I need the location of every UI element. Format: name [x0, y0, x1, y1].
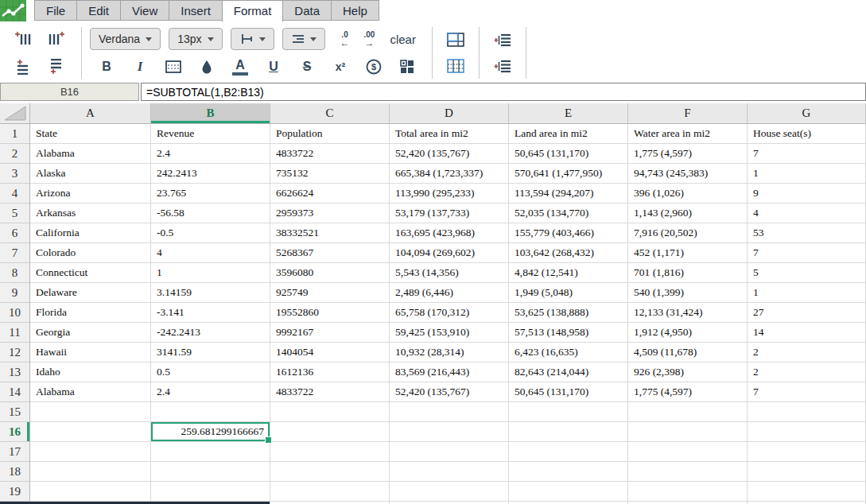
row-header-9[interactable]: 9 — [0, 283, 30, 303]
cell-c9[interactable]: 925749 — [270, 283, 390, 303]
row-header-10[interactable]: 10 — [0, 303, 30, 323]
bold-button[interactable]: B — [97, 56, 116, 78]
number-format-button[interactable] — [398, 56, 417, 78]
underline-button[interactable]: U — [264, 56, 283, 78]
cell-d18[interactable] — [390, 462, 509, 482]
row-header-18[interactable]: 18 — [0, 462, 30, 482]
cell-c2[interactable]: 4833722 — [270, 144, 390, 164]
cell-b2[interactable]: 2.4 — [151, 144, 270, 164]
cell-b19[interactable] — [151, 482, 270, 502]
row-header-1[interactable]: 1 — [0, 124, 30, 144]
split-cells-button[interactable] — [441, 54, 471, 78]
font-size-select[interactable]: 13px — [169, 28, 222, 50]
row-header-14[interactable]: 14 — [0, 382, 30, 402]
cell-c3[interactable]: 735132 — [270, 164, 390, 184]
cell-f18[interactable] — [628, 462, 748, 482]
cell-a17[interactable] — [30, 442, 151, 462]
cell-c11[interactable]: 9992167 — [270, 323, 390, 343]
cell-f15[interactable] — [628, 402, 748, 422]
cell-b7[interactable]: 4 — [151, 243, 270, 263]
cell-c7[interactable]: 5268367 — [270, 243, 390, 263]
cell-f7[interactable]: 452 (1,171) — [628, 243, 748, 263]
app-logo-icon[interactable] — [0, 0, 26, 21]
cell-c14[interactable]: 4833722 — [270, 382, 390, 402]
cell-a4[interactable]: Arizona — [30, 184, 151, 204]
cell-c12[interactable]: 1404054 — [270, 343, 390, 362]
cell-a13[interactable]: Idaho — [30, 362, 151, 382]
cell-c8[interactable]: 3596080 — [270, 263, 390, 283]
font-family-select[interactable]: Verdana — [90, 28, 161, 50]
cell-a10[interactable]: Florida — [30, 303, 151, 323]
row-header-2[interactable]: 2 — [0, 144, 30, 164]
cell-d5[interactable]: 53,179 (137,733) — [390, 204, 509, 223]
cell-g14[interactable]: 7 — [748, 382, 866, 402]
cell-e4[interactable]: 113,594 (294,207) — [509, 184, 628, 204]
cell-a2[interactable]: Alabama — [30, 144, 151, 164]
cell-c19[interactable] — [270, 482, 390, 502]
cell-b10[interactable]: -3.141 — [151, 303, 270, 323]
cell-g3[interactable]: 1 — [748, 164, 866, 184]
cell-d7[interactable]: 104,094 (269,602) — [390, 243, 509, 263]
insert-row-above-button[interactable] — [6, 53, 40, 81]
row-header-13[interactable]: 13 — [0, 362, 30, 382]
cell-f10[interactable]: 12,133 (31,424) — [628, 303, 748, 323]
column-header-b[interactable]: B — [151, 103, 270, 124]
cell-c5[interactable]: 2959373 — [270, 204, 390, 223]
cell-a12[interactable]: Hawaii — [30, 343, 151, 362]
cell-c6[interactable]: 38332521 — [270, 223, 390, 243]
cell-d17[interactable] — [390, 442, 509, 462]
cell-f11[interactable]: 1,912 (4,950) — [628, 323, 748, 343]
cell-e7[interactable]: 103,642 (268,432) — [509, 243, 628, 263]
cell-border-button[interactable] — [164, 56, 183, 78]
italic-button[interactable]: I — [130, 56, 150, 78]
menu-tab-data[interactable]: Data — [282, 0, 332, 21]
cell-g8[interactable]: 5 — [748, 263, 866, 283]
clear-format-button[interactable]: clear — [390, 33, 416, 46]
cell-e19[interactable] — [509, 482, 628, 502]
cell-f8[interactable]: 701 (1,816) — [628, 263, 748, 283]
row-header-5[interactable]: 5 — [0, 204, 30, 223]
text-color-button[interactable]: A — [231, 56, 250, 78]
cell-b14[interactable]: 2.4 — [151, 382, 270, 402]
cell-f3[interactable]: 94,743 (245,383) — [628, 164, 748, 184]
cell-d4[interactable]: 113,990 (295,233) — [390, 184, 509, 204]
cell-b13[interactable]: 0.5 — [151, 362, 270, 382]
cell-g10[interactable]: 27 — [748, 303, 866, 323]
border-style-select[interactable] — [231, 28, 274, 50]
cell-d10[interactable]: 65,758 (170,312) — [390, 303, 509, 323]
cell-b6[interactable]: -0.5 — [151, 223, 270, 243]
cell-b12[interactable]: 3141.59 — [151, 343, 270, 362]
cell-a19[interactable] — [30, 482, 151, 502]
cell-c18[interactable] — [270, 462, 390, 482]
cell-e13[interactable]: 82,643 (214,044) — [509, 362, 628, 382]
cell-e12[interactable]: 6,423 (16,635) — [509, 343, 628, 362]
cell-f14[interactable]: 1,775 (4,597) — [628, 382, 748, 402]
cell-g7[interactable]: 7 — [748, 243, 866, 263]
cell-f4[interactable]: 396 (1,026) — [628, 184, 748, 204]
cell-d13[interactable]: 83,569 (216,443) — [390, 362, 509, 382]
insert-row-below-button[interactable] — [40, 53, 73, 81]
cell-d8[interactable]: 5,543 (14,356) — [390, 263, 509, 283]
cell-e3[interactable]: 570,641 (1,477,950) — [509, 164, 628, 184]
cell-e8[interactable]: 4,842 (12,541) — [509, 263, 628, 283]
row-header-6[interactable]: 6 — [0, 223, 30, 243]
cell-e17[interactable] — [509, 442, 628, 462]
column-header-c[interactable]: C — [270, 103, 390, 124]
cell-a14[interactable]: Alabama — [30, 382, 151, 402]
cell-a15[interactable] — [30, 402, 151, 422]
menu-tab-edit[interactable]: Edit — [76, 0, 121, 21]
cell-b15[interactable] — [151, 402, 270, 422]
cell-c17[interactable] — [270, 442, 390, 462]
menu-tab-insert[interactable]: Insert — [169, 0, 223, 21]
cell-d6[interactable]: 163,695 (423,968) — [390, 223, 509, 243]
cell-g12[interactable]: 2 — [748, 343, 866, 362]
cell-g11[interactable]: 14 — [748, 323, 866, 343]
cell-f16[interactable] — [628, 422, 748, 442]
cell-b18[interactable] — [151, 462, 270, 482]
column-header-g[interactable]: G — [748, 103, 866, 124]
cell-a7[interactable]: Colorado — [30, 243, 151, 263]
insert-column-right-button[interactable] — [40, 25, 73, 53]
column-header-e[interactable]: E — [509, 103, 628, 124]
row-header-12[interactable]: 12 — [0, 343, 30, 362]
menu-tab-view[interactable]: View — [120, 0, 169, 21]
